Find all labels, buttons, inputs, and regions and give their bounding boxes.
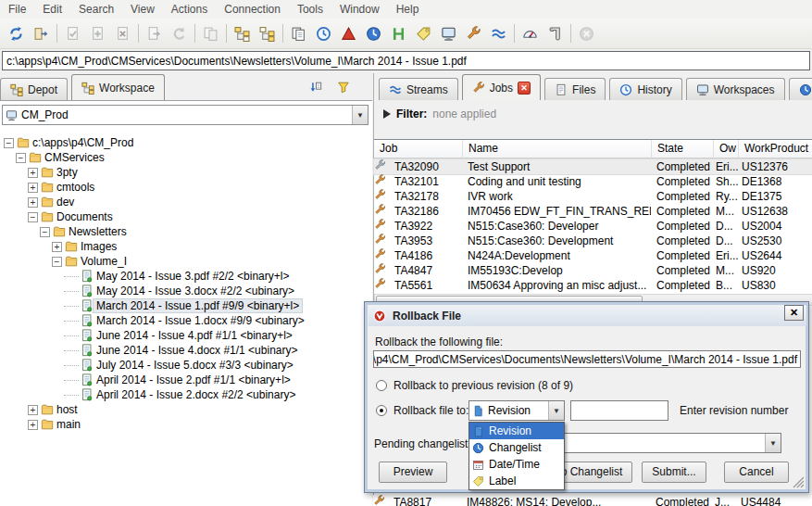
job-row-ta3953[interactable]: TA3953N515:Case360: DevelopmentCompleted… xyxy=(374,234,812,248)
rollback-file-path-field[interactable]: c:\apps\p4\CM_Prod\CMServices\Documents\… xyxy=(373,350,801,368)
left-tab-depot[interactable]: Depot xyxy=(0,78,68,100)
tree-item-main[interactable]: +main xyxy=(28,417,83,432)
workspace-selector-combo[interactable]: CM_Prod ▼ xyxy=(2,105,369,125)
job-row-ta5561[interactable]: TA5561IM50634 Approving an misc adjust..… xyxy=(374,278,812,293)
tree-item-dev[interactable]: +dev xyxy=(28,195,77,209)
menu-tools[interactable]: Tools xyxy=(289,1,331,18)
tree-item-april-2014-issue-2-pdf-1-1-binary-l-[interactable]: April 2014 - Issue 2.pdf #1/1 <binary+l> xyxy=(64,373,294,387)
radio-previous-revision[interactable] xyxy=(376,380,387,391)
right-tab-workspaces[interactable]: Workspaces xyxy=(686,78,785,100)
jobs-button[interactable] xyxy=(461,21,486,45)
go-into-button[interactable] xyxy=(29,21,54,45)
job-row-ta3922[interactable]: TA3922N515:Case360: DeveloperCompletedD.… xyxy=(374,219,812,234)
right-tab-streams[interactable]: Streams xyxy=(379,78,458,100)
dropdown-option-date-time[interactable]: Date/Time xyxy=(469,456,564,473)
partial-job-row[interactable]: TA8817IM48826: MS14: Develop...Completed… xyxy=(373,495,812,506)
menu-help[interactable]: Help xyxy=(388,1,428,18)
right-tab-history[interactable]: History xyxy=(609,78,681,100)
job-row-ta8817[interactable]: TA8817IM48826: MS14: Develop...Completed… xyxy=(373,495,812,506)
tree-item-c-apps-p4-cm-prod[interactable]: −c:\apps\p4\CM_Prod xyxy=(4,135,136,150)
menu-view[interactable]: View xyxy=(122,1,163,18)
column-header-ow[interactable]: Ow xyxy=(714,140,739,158)
dropdown-option-changelist[interactable]: Changelist xyxy=(469,439,564,456)
collapse-icon[interactable]: − xyxy=(4,138,14,148)
dialog-title-bar[interactable]: Rollback File xyxy=(369,306,806,326)
diff-button[interactable] xyxy=(198,21,223,45)
time-lapse-view-button[interactable] xyxy=(361,21,386,45)
tree-item-may-2014-issue-3-pdf-2-2-binary-l-[interactable]: May 2014 - Issue 3.pdf #2/2 <binary+l> xyxy=(64,269,292,284)
collapse-icon[interactable]: − xyxy=(28,212,38,222)
combo-dropdown-arrow-icon[interactable]: ▼ xyxy=(548,401,564,420)
right-tab-files[interactable]: Files xyxy=(544,78,606,100)
submit-button[interactable] xyxy=(142,21,167,45)
combo-dropdown-arrow-icon[interactable]: ▼ xyxy=(765,434,781,452)
resize-grip[interactable] xyxy=(793,476,805,488)
expand-icon[interactable]: + xyxy=(28,420,38,430)
expand-icon[interactable]: + xyxy=(28,168,38,178)
column-header-job[interactable]: Job xyxy=(374,140,463,158)
filter-tree-button[interactable] xyxy=(333,78,354,96)
merge-down-button[interactable] xyxy=(230,21,255,45)
radio-rollback-file-to-label[interactable]: Rollback file to: xyxy=(394,404,468,417)
revision-graph-button[interactable] xyxy=(336,21,361,45)
expand-icon[interactable]: + xyxy=(28,405,38,415)
dialog-close-button[interactable]: ✕ xyxy=(784,305,804,321)
duplicate-button[interactable] xyxy=(286,21,311,45)
job-row-ta32178[interactable]: TA32178IVR workCompletedRy...DE1375 xyxy=(374,189,812,204)
disconnect-button[interactable] xyxy=(574,21,599,45)
tree-item-newsletters[interactable]: −Newsletters xyxy=(40,224,130,239)
refresh-button[interactable] xyxy=(4,21,29,45)
copy-up-button[interactable] xyxy=(255,21,280,45)
workspaces-button[interactable] xyxy=(436,21,461,45)
preview-button[interactable]: Preview xyxy=(379,462,447,483)
rollback-type-combo[interactable]: Revision ▼ xyxy=(468,400,565,421)
tree-item-documents[interactable]: −Documents xyxy=(28,209,116,224)
column-header-name[interactable]: Name xyxy=(463,140,652,158)
right-tab-jobs[interactable]: Jobs✕ xyxy=(462,74,541,100)
menu-window[interactable]: Window xyxy=(331,1,388,18)
job-row-ta32186[interactable]: TA32186IM70456 EDW_FT_FIN_TRANS_REL_S...… xyxy=(374,204,812,219)
history-button[interactable] xyxy=(311,21,336,45)
column-header-workproduct[interactable]: WorkProduct xyxy=(739,140,812,158)
revert-button[interactable] xyxy=(167,21,192,45)
tree-item-host[interactable]: +host xyxy=(28,402,81,417)
filter-expander-icon[interactable] xyxy=(383,109,391,119)
cancel-button[interactable]: Cancel xyxy=(724,462,789,483)
menu-actions[interactable]: Actions xyxy=(163,1,216,18)
tree-item-march-2014-issue-1-pdf-9-9-binary-l-[interactable]: March 2014 - Issue 1.pdf #9/9 <binary+l> xyxy=(64,298,302,313)
menu-edit[interactable]: Edit xyxy=(34,1,70,18)
dropdown-option-revision[interactable]: Revision xyxy=(469,423,564,439)
dropdown-option-label[interactable]: Label xyxy=(469,473,564,489)
column-header-state[interactable]: State xyxy=(652,140,714,158)
collapse-icon[interactable]: − xyxy=(40,227,50,237)
job-row-ta4847[interactable]: TA4847IM55193C:DevelopCompletedM...US920 xyxy=(374,263,812,278)
job-row-ta32090[interactable]: TA32090Test SupportCompletedEri...US1237… xyxy=(374,159,812,174)
log-button[interactable] xyxy=(543,21,568,45)
tree-item-june-2014-issue-4-docx-1-1-ubinary-[interactable]: June 2014 - Issue 4.docx #1/1 <ubinary> xyxy=(64,343,300,358)
job-row-ta4186[interactable]: TA4186N424A:DevelopmentCompletedEri...US… xyxy=(374,248,812,263)
tree-item-may-2014-issue-3-docx-2-2-ubinary-[interactable]: May 2014 - Issue 3.docx #2/2 <ubinary> xyxy=(64,284,297,298)
tree-item-3pty[interactable]: +3pty xyxy=(28,165,81,180)
close-tab-icon[interactable]: ✕ xyxy=(518,82,531,95)
job-row-ta32101[interactable]: TA32101Coding and unit testingCompletedS… xyxy=(374,174,812,189)
right-tab-su[interactable]: Su xyxy=(789,78,812,100)
tree-item-images[interactable]: +Images xyxy=(52,239,119,254)
tree-item-volume-i[interactable]: −Volume_I xyxy=(52,254,130,269)
expand-icon[interactable]: + xyxy=(28,197,38,208)
address-input[interactable] xyxy=(2,51,810,70)
radio-previous-revision-label[interactable]: Rollback to previous revision (8 of 9) xyxy=(394,379,573,392)
labels-button[interactable] xyxy=(411,21,436,45)
streams-button[interactable] xyxy=(486,21,511,45)
submit-button[interactable]: Submit... xyxy=(642,462,706,483)
radio-rollback-file-to[interactable] xyxy=(376,405,387,416)
menu-search[interactable]: Search xyxy=(70,1,122,18)
collapse-icon[interactable]: − xyxy=(16,153,26,163)
tree-item-cmtools[interactable]: +cmtools xyxy=(28,180,97,195)
expand-icon[interactable]: + xyxy=(28,183,38,193)
switch-view-button[interactable] xyxy=(306,78,326,96)
menu-file[interactable]: File xyxy=(0,1,34,18)
tree-item-july-2014-issue-5-docx-3-3-ubinary-[interactable]: July 2014 - Issue 5.docx #3/3 <ubinary> xyxy=(64,358,296,373)
checkout-button[interactable] xyxy=(60,21,85,45)
mark-for-delete-button[interactable] xyxy=(110,21,135,45)
branch-graph-button[interactable] xyxy=(386,21,411,45)
